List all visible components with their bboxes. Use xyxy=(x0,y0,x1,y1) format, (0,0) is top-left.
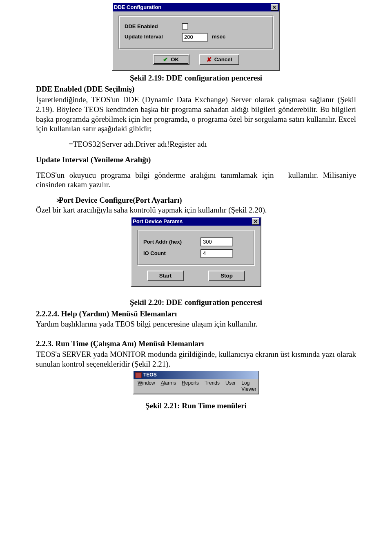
dde-config-dialog: DDE Configuration ✕ DDE Enabled Update I… xyxy=(112,2,280,71)
menu-alarms[interactable]: Alarms xyxy=(158,380,178,393)
start-button[interactable]: Start xyxy=(147,271,184,281)
bullet-body: Özel bir kart aracılığıyla saha kontrolü… xyxy=(36,205,356,215)
dialog-title: DDE Configuration xyxy=(114,4,161,11)
heading-dde-enabled: DDE Enabled (DDE Seçilmiş) xyxy=(36,84,356,94)
start-button-label: Start xyxy=(159,273,172,279)
port-addr-input[interactable] xyxy=(200,237,233,246)
menu-trends[interactable]: Trends xyxy=(202,380,222,393)
port-addr-label: Port Addr (hex) xyxy=(143,239,200,245)
port-device-titlebar: Port Device Params ✕ xyxy=(131,217,261,226)
close-icon[interactable]: ✕ xyxy=(271,4,278,11)
cross-icon: ✘ xyxy=(207,56,212,63)
heading-update-interval: Update Interval (Yenileme Aralığı) xyxy=(36,155,356,165)
stop-button[interactable]: Stop xyxy=(208,271,245,281)
menu-reports[interactable]: Reports xyxy=(179,380,201,393)
app-icon xyxy=(135,372,142,378)
ok-button[interactable]: ✔ OK xyxy=(153,54,189,65)
figure-caption-219: Şekil 2.19: DDE configuration penceresi xyxy=(36,73,356,83)
bullet-heading: Port Device Configure(Port Ayarları) xyxy=(59,195,182,205)
dde-enabled-label: DDE Enabled xyxy=(125,23,182,30)
io-count-label: IO Count xyxy=(143,250,200,257)
dialog2-title: Port Device Params xyxy=(133,218,183,225)
teos-menubar-window: TEOS Window Alarms Reports Trends User L… xyxy=(133,370,259,394)
excel-formula: =TEOS32|Server adı.Driver adı!Register a… xyxy=(69,139,356,149)
unit-label: msec xyxy=(212,34,225,40)
update-interval-label: Update Interval xyxy=(125,34,182,40)
heading-224: 2.2.2.4. Help (Yardım) Menüsü Elemanları xyxy=(36,309,356,319)
figure-caption-221: Şekil 2.21: Run Time menüleri xyxy=(36,401,356,411)
heading-223: 2.2.3. Run Time (Çalışma Anı) Menüsü Ele… xyxy=(36,339,356,349)
menubar-title: TEOS xyxy=(143,372,157,378)
menubar-titlebar: TEOS xyxy=(134,371,258,379)
menu-window[interactable]: Window xyxy=(135,380,158,393)
io-count-input[interactable] xyxy=(200,249,233,258)
update-interval-input[interactable] xyxy=(182,33,208,42)
menu-user[interactable]: User xyxy=(223,380,238,393)
cancel-button[interactable]: ✘ Cancel xyxy=(199,54,240,65)
port-device-dialog: Port Device Params ✕ Port Addr (hex) IO … xyxy=(131,217,261,287)
dde-config-titlebar: DDE Configuration ✕ xyxy=(113,3,279,11)
close-icon[interactable]: ✕ xyxy=(252,218,259,225)
figure-caption-220: Şekil 2.20: DDE configuration penceresi xyxy=(36,298,356,307)
dde-enabled-checkbox[interactable] xyxy=(182,23,188,30)
ok-button-label: OK xyxy=(171,56,179,63)
cancel-button-label: Cancel xyxy=(214,56,232,63)
menu-logviewer[interactable]: Log Viewer xyxy=(239,380,258,393)
para-update-interval: TEOS'un okuyucu programa bilgi gönderme … xyxy=(36,170,356,190)
stop-button-label: Stop xyxy=(220,273,233,279)
para-224: Yardım başlıklarına yada TEOS bilgi penc… xyxy=(36,319,356,329)
para-dde-enabled: İşaretlendiğinde, TEOS'un DDE (Dynamic D… xyxy=(36,95,356,134)
bullet-icon: ➢ xyxy=(36,195,59,205)
para-223: TEOS'a SERVER yada MONITOR modunda giril… xyxy=(36,349,356,369)
check-icon: ✔ xyxy=(163,56,168,63)
